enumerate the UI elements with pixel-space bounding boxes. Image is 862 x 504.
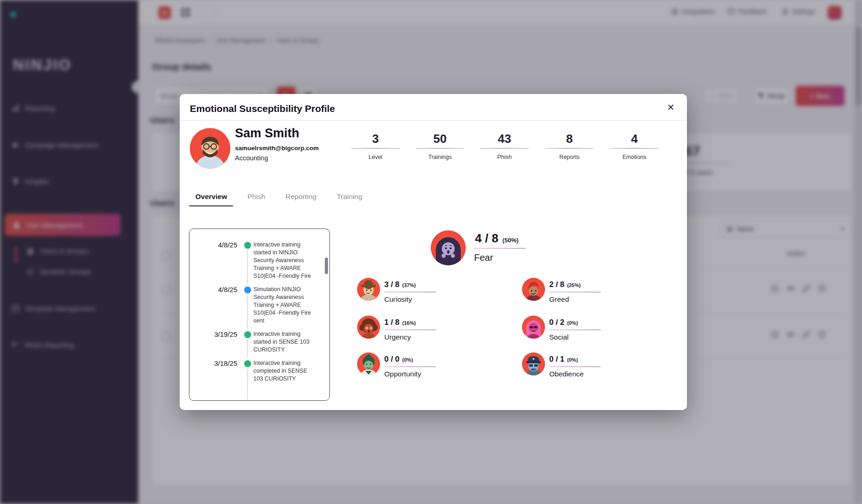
blue-dot-icon: [244, 287, 251, 293]
emotion-label: Curiosity: [384, 295, 436, 304]
obedience-avatar: [522, 352, 545, 375]
close-icon[interactable]: ✕: [664, 100, 678, 114]
stat-underline: [545, 148, 594, 149]
emotion-opportunity: 0 / 0(0%) Opportunity: [357, 352, 436, 378]
emotion-underline: [384, 366, 436, 367]
stat-value: 50: [410, 132, 470, 146]
emotion-label: Greed: [549, 295, 601, 304]
modal-title: Emotional Susceptibility Profile: [190, 103, 335, 114]
timeline-scrollbar-thumb[interactable]: [325, 258, 328, 274]
curiosity-avatar: [357, 278, 380, 301]
stat-label: Level: [346, 154, 405, 160]
emotion-label: Opportunity: [384, 370, 436, 378]
stat-label: Trainings: [410, 154, 470, 160]
user-name: Sam Smith: [235, 126, 299, 141]
emotion-urgency: 1 / 8(16%) Urgency: [357, 316, 436, 341]
fear-underline: [474, 248, 526, 249]
stat-value: 43: [475, 132, 534, 146]
tab-overview[interactable]: Overview: [195, 193, 227, 206]
emotion-score: 3 / 8: [384, 280, 399, 289]
stat-level: 3 Level: [346, 132, 405, 160]
emotion-percent: (25%): [567, 282, 581, 288]
stat-label: Phish: [475, 154, 534, 160]
green-dot-icon: [244, 242, 251, 249]
emotion-social: 0 / 2(0%) Social: [522, 316, 601, 341]
emotion-score: 1 / 8: [384, 318, 399, 327]
timeline-date: 4/8/25: [189, 286, 241, 330]
opportunity-avatar: [357, 352, 380, 375]
timeline-item: 4/8/25 Simulation NINJIO Security Awaren…: [189, 286, 324, 330]
timeline-connector: [247, 369, 248, 401]
user-department: Accounting: [235, 154, 268, 162]
green-dot-icon: [244, 331, 251, 338]
emotion-obedience: 0 / 1(0%) Obedience: [522, 352, 601, 378]
tab-phish[interactable]: Phish: [247, 193, 265, 206]
profile-avatar: [190, 128, 230, 169]
timeline-text: Interactive training started in NINJIO S…: [253, 241, 314, 286]
tab-reporting[interactable]: Reporting: [286, 193, 317, 206]
timeline-text: Interactive training started in SENSE 10…: [253, 330, 314, 359]
emotion-label: Urgency: [384, 333, 436, 341]
emotion-score: 0 / 2: [549, 318, 564, 327]
timeline-connector: [247, 251, 248, 284]
tab-training[interactable]: Training: [337, 193, 362, 206]
stat-emotions: 4 Emotions: [604, 132, 664, 160]
stat-label: Emotions: [604, 154, 664, 160]
emotion-underline: [549, 292, 601, 293]
timeline-connector: [247, 340, 248, 357]
timeline-item: 3/19/25 Interactive training started in …: [189, 330, 324, 359]
user-email: samuelrsmith@bigcorp.com: [235, 145, 319, 152]
modal-header-divider: [180, 120, 687, 121]
timeline-text: Simulation NINJIO Security Awareness Tra…: [253, 286, 314, 330]
activity-timeline[interactable]: 4/8/25 Interactive training started in N…: [189, 229, 330, 401]
stat-value: 3: [346, 132, 405, 146]
fear-percent: (50%): [503, 237, 519, 244]
emotion-percent: (0%): [567, 320, 578, 326]
stat-phish: 43 Phish: [475, 132, 534, 160]
emotion-curiosity: 3 / 8(37%) Curiosity: [357, 278, 436, 304]
stat-value: 8: [539, 132, 599, 146]
stat-reports: 8 Reports: [539, 132, 599, 160]
timeline-date: 4/8/25: [189, 241, 241, 286]
timeline-text: Interactive training completed in SENSE …: [253, 359, 314, 401]
fear-score-row: 4 / 8 (50%): [475, 231, 518, 246]
fear-avatar: [431, 230, 466, 265]
stat-underline: [416, 148, 464, 149]
timeline-date: 3/18/25: [189, 359, 241, 401]
emotion-underline: [549, 366, 601, 367]
stat-underline: [351, 148, 400, 149]
stat-label: Reports: [539, 154, 599, 160]
green-dot-icon: [244, 360, 251, 367]
timeline-date: 3/19/25: [189, 330, 241, 359]
emotion-percent: (37%): [402, 282, 416, 288]
stat-underline: [480, 148, 529, 149]
timeline-item: 4/8/25 Interactive training started in N…: [189, 241, 324, 286]
stat-value: 4: [604, 132, 664, 146]
timeline-item: 3/18/25 Interactive training completed i…: [189, 359, 324, 401]
timeline-connector: [247, 295, 248, 328]
emotion-underline: [549, 329, 601, 330]
emotion-greed: 2 / 8(25%) Greed: [522, 278, 601, 304]
emotion-label: Social: [549, 333, 601, 341]
modal-tabs: Overview Phish Reporting Training: [195, 193, 362, 206]
emotion-score: 0 / 0: [384, 355, 399, 364]
emotion-percent: (0%): [402, 357, 413, 363]
stat-trainings: 50 Trainings: [410, 132, 470, 160]
emotion-underline: [384, 292, 436, 293]
emotion-percent: (0%): [567, 357, 578, 363]
fear-score: 4 / 8: [475, 231, 498, 246]
emotion-score: 2 / 8: [549, 280, 564, 289]
stat-underline: [610, 148, 659, 149]
social-avatar: [522, 316, 545, 339]
emotion-label: Obedience: [549, 370, 601, 378]
urgency-avatar: [357, 316, 380, 339]
emotion-percent: (16%): [402, 320, 416, 326]
emotion-score: 0 / 1: [549, 355, 564, 364]
greed-avatar: [522, 278, 545, 301]
emotion-underline: [384, 329, 436, 330]
emotional-susceptibility-modal: Emotional Susceptibility Profile ✕ Sam S…: [180, 94, 687, 410]
fear-label: Fear: [474, 252, 493, 263]
